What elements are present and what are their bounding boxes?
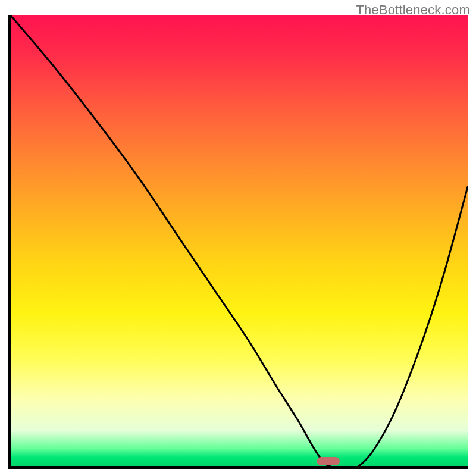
sweet-spot-marker xyxy=(317,457,340,465)
curve-svg xyxy=(11,15,468,466)
plot-frame xyxy=(8,15,468,469)
bottleneck-curve xyxy=(11,15,468,466)
chart-container: TheBottleneck.com xyxy=(0,0,476,476)
